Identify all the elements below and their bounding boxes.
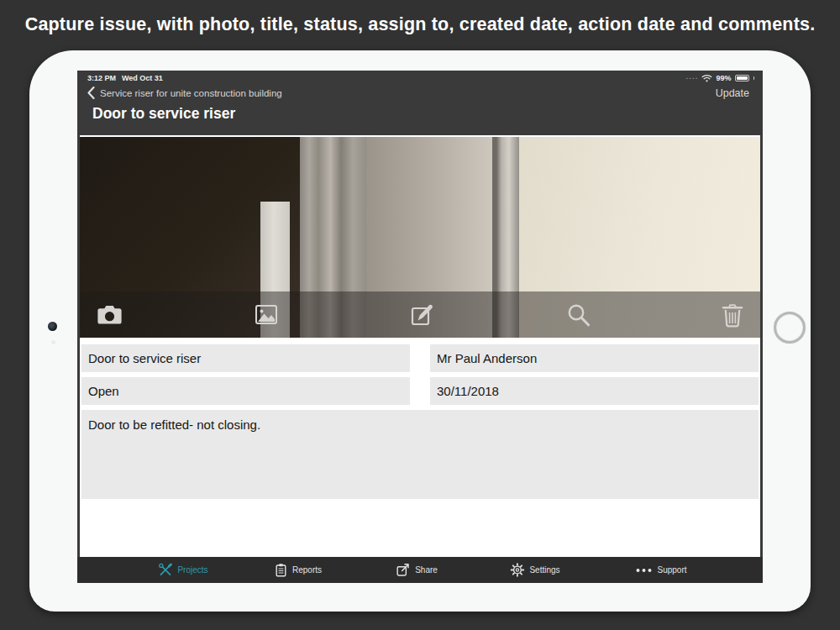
action-date-field[interactable]: 30/11/2018 [430, 377, 759, 405]
tools-icon [158, 563, 172, 577]
tab-projects-label: Projects [177, 565, 207, 575]
issue-title-heading: Door to service riser [77, 99, 763, 123]
edit-icon[interactable] [410, 302, 436, 327]
trash-icon[interactable] [722, 302, 743, 328]
share-icon [396, 563, 410, 577]
ambient-sensor [51, 340, 55, 344]
issue-title-field[interactable]: Door to service riser [81, 344, 410, 372]
status-date: Wed Oct 31 [122, 74, 163, 82]
front-camera [48, 322, 57, 331]
navigation-bar: Service riser for unite construction bui… [77, 82, 763, 99]
back-button[interactable]: Service riser for unite construction bui… [87, 87, 282, 99]
wifi-icon [701, 74, 712, 82]
tab-reports[interactable]: Reports [275, 557, 322, 583]
tab-support-label: Support [657, 565, 686, 575]
tab-settings[interactable]: Settings [510, 557, 559, 583]
issue-fields: Door to service riser Mr Paul Anderson O… [81, 344, 759, 405]
tab-projects[interactable]: Projects [158, 557, 207, 583]
issue-detail-content: Door to service riser Mr Paul Anderson O… [80, 135, 760, 557]
photo-toolbar [80, 291, 760, 338]
status-time: 3:12 PM [87, 74, 116, 82]
app-screen: 3:12 PMWed Oct 31 ∙∙∙∙ 99% Service rise [77, 71, 763, 583]
clipboard-icon [275, 563, 287, 577]
gear-icon [510, 563, 524, 577]
comments-field[interactable]: Door to be refitted- not closing. [81, 410, 759, 499]
tab-reports-label: Reports [292, 565, 322, 575]
search-icon[interactable] [566, 302, 591, 327]
status-bar: 3:12 PMWed Oct 31 ∙∙∙∙ 99% [77, 71, 763, 82]
photo-library-icon[interactable] [254, 303, 279, 326]
assigned-to-field[interactable]: Mr Paul Anderson [430, 344, 759, 372]
status-indicators: ∙∙∙∙ 99% [686, 74, 754, 82]
more-dots-icon [635, 567, 652, 574]
tab-bar: Projects Reports Share [77, 557, 763, 583]
status-time-date: 3:12 PMWed Oct 31 [87, 74, 169, 82]
tab-share-label: Share [415, 565, 438, 575]
marketing-caption: Capture issue, with photo, title, status… [0, 0, 840, 49]
back-chevron-icon [87, 87, 95, 99]
battery-icon-nub [753, 76, 755, 80]
home-button[interactable] [774, 312, 806, 344]
tab-support[interactable]: Support [635, 557, 686, 583]
status-field[interactable]: Open [81, 377, 410, 405]
update-button[interactable]: Update [716, 87, 749, 99]
tab-share[interactable]: Share [396, 557, 438, 583]
camera-icon[interactable] [97, 303, 123, 326]
app-header: 3:12 PMWed Oct 31 ∙∙∙∙ 99% Service rise [77, 71, 763, 135]
back-button-label: Service riser for unite construction bui… [100, 88, 282, 98]
tab-settings-label: Settings [529, 565, 559, 575]
issue-photo [80, 137, 760, 338]
cellular-signal-icon: ∙∙∙∙ [686, 75, 699, 82]
battery-icon [735, 75, 749, 81]
battery-percent: 99% [716, 74, 731, 82]
